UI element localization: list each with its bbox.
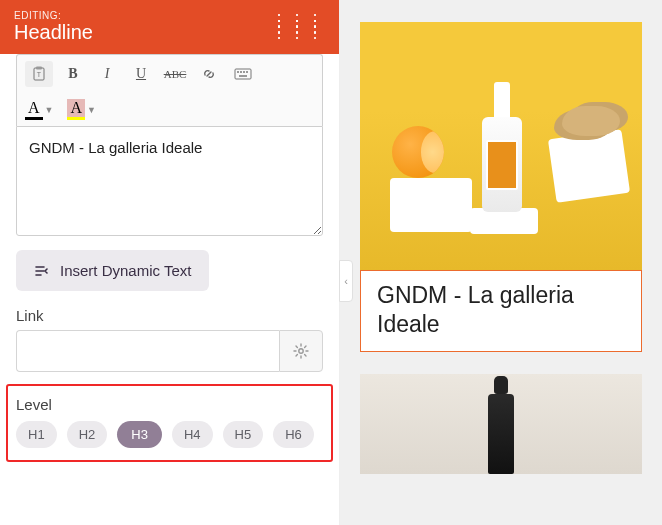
- drag-handle-icon[interactable]: ⋮⋮⋮⋮⋮⋮⋮⋮⋮: [271, 18, 325, 36]
- panel-title: Headline: [14, 21, 93, 44]
- bg-color-button[interactable]: A ▼: [67, 99, 95, 120]
- level-h3-button[interactable]: H3: [117, 421, 162, 448]
- bold-button[interactable]: B: [59, 61, 87, 87]
- link-settings-button[interactable]: [279, 330, 323, 372]
- svg-point-9: [299, 349, 303, 353]
- chevron-down-icon: ▼: [45, 105, 54, 115]
- keyboard-icon[interactable]: [229, 61, 257, 87]
- level-h5-button[interactable]: H5: [223, 421, 264, 448]
- dynamic-text-icon: [34, 264, 50, 278]
- underline-button[interactable]: U: [127, 61, 155, 87]
- preview-image-2: [360, 374, 642, 474]
- svg-rect-3: [235, 69, 251, 79]
- level-buttons: H1 H2 H3 H4 H5 H6: [16, 421, 323, 448]
- headline-editor[interactable]: GNDM - La galleria Ideale: [16, 126, 323, 236]
- insert-dynamic-text-label: Insert Dynamic Text: [60, 262, 191, 279]
- svg-text:T: T: [37, 71, 42, 78]
- preview-panel: ‹ GNDM - La galleria Ideale: [340, 0, 662, 525]
- level-h1-button[interactable]: H1: [16, 421, 57, 448]
- preview-headline-text: GNDM - La galleria Ideale: [361, 271, 641, 351]
- italic-button[interactable]: I: [93, 61, 121, 87]
- paste-from-word-icon[interactable]: T: [25, 61, 53, 87]
- level-h6-button[interactable]: H6: [273, 421, 314, 448]
- link-icon[interactable]: [195, 61, 223, 87]
- strikethrough-button[interactable]: ABC: [161, 61, 189, 87]
- preview-image: [360, 22, 642, 270]
- level-h4-button[interactable]: H4: [172, 421, 213, 448]
- editing-label: EDITING:: [14, 10, 93, 21]
- svg-rect-8: [239, 75, 247, 77]
- editor-panel: EDITING: Headline ⋮⋮⋮⋮⋮⋮⋮⋮⋮ T B I U ABC …: [0, 0, 340, 525]
- preview-card[interactable]: GNDM - La galleria Ideale: [360, 22, 642, 352]
- insert-dynamic-text-button[interactable]: Insert Dynamic Text: [16, 250, 209, 291]
- rich-text-toolbar: T B I U ABC A ▼ A ▼: [16, 54, 323, 126]
- svg-rect-7: [246, 71, 248, 73]
- gear-icon: [292, 342, 310, 360]
- chevron-left-icon: ‹: [344, 275, 348, 287]
- level-section: Level H1 H2 H3 H4 H5 H6: [6, 384, 333, 462]
- link-label: Link: [16, 307, 323, 324]
- svg-rect-5: [240, 71, 242, 73]
- collapse-panel-button[interactable]: ‹: [339, 260, 353, 302]
- level-label: Level: [16, 396, 323, 413]
- panel-header: EDITING: Headline ⋮⋮⋮⋮⋮⋮⋮⋮⋮: [0, 0, 339, 54]
- svg-rect-6: [243, 71, 245, 73]
- chevron-down-icon: ▼: [87, 105, 96, 115]
- preview-card-2[interactable]: [360, 374, 642, 474]
- svg-rect-1: [36, 67, 42, 70]
- preview-headline-selected[interactable]: GNDM - La galleria Ideale: [360, 270, 642, 352]
- text-color-button[interactable]: A ▼: [25, 99, 53, 120]
- link-input[interactable]: [16, 330, 279, 372]
- level-h2-button[interactable]: H2: [67, 421, 108, 448]
- svg-rect-4: [237, 71, 239, 73]
